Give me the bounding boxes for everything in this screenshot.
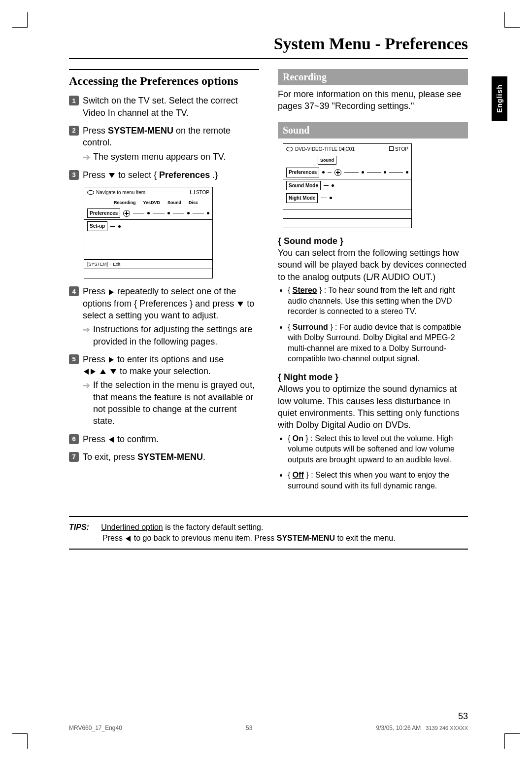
subsection-recording: Recording xyxy=(278,69,468,85)
night-mode-options: { On } : Select this to level out the vo… xyxy=(278,433,468,491)
step-number-5: 5 xyxy=(69,354,79,364)
down-triangle-icon xyxy=(110,369,116,374)
osd-screenshot-sound: DVD-VIDEO-TITLE 04|C01 STOP Sound Prefer… xyxy=(283,143,412,228)
left-triangle-icon xyxy=(126,536,131,542)
right-triangle-icon xyxy=(109,357,114,363)
result-arrow-icon: ➔ xyxy=(83,151,90,163)
language-tab: English xyxy=(492,76,507,121)
recording-text: For more information on this menu, pleas… xyxy=(278,88,468,112)
result-arrow-icon: ➔ xyxy=(83,324,90,336)
list-item: { Off } : Select this when you want to e… xyxy=(288,470,468,491)
crop-mark xyxy=(504,733,520,749)
step-number-3: 3 xyxy=(69,170,79,180)
sound-mode-text: You can select from the following settin… xyxy=(278,247,468,283)
night-mode-text: Allows you to optimize the sound dynamic… xyxy=(278,383,468,431)
step-number-1: 1 xyxy=(69,96,79,105)
down-triangle-icon xyxy=(237,302,243,307)
sound-mode-heading: { Sound mode } xyxy=(278,235,468,247)
step-text: Press SYSTEM-MENU on the remote control.… xyxy=(83,125,259,163)
step-number-6: 6 xyxy=(69,434,79,444)
crop-mark xyxy=(12,12,28,28)
result-arrow-icon: ➔ xyxy=(83,380,90,391)
step-number-7: 7 xyxy=(69,452,79,462)
osd-screenshot-preferences: Navigate to menu item STOP Recording Yes… xyxy=(84,187,213,278)
crop-mark xyxy=(504,12,520,28)
right-triangle-icon xyxy=(91,369,96,375)
down-triangle-icon xyxy=(109,173,115,178)
sound-mode-options: { Stereo } : To hear sound from the left… xyxy=(278,285,468,364)
list-item: { Surround } : For audio device that is … xyxy=(288,322,468,364)
step-text: Press to confirm. xyxy=(83,433,259,445)
tips-box: TIPS: Underlined option is the factory d… xyxy=(69,516,468,550)
page-title: System Menu - Preferences xyxy=(69,35,468,59)
list-item: { On } : Select this to level out the vo… xyxy=(288,433,468,465)
step-text: Press repeatedly to select one of the op… xyxy=(83,285,259,347)
left-triangle-icon xyxy=(109,437,114,443)
step-number-4: 4 xyxy=(69,286,79,296)
section-heading: Accessing the Preferences options xyxy=(69,69,259,89)
night-mode-heading: { Night mode } xyxy=(278,371,468,383)
left-column: Accessing the Preferences options 1 Swit… xyxy=(69,69,259,496)
up-triangle-icon xyxy=(100,369,106,374)
page-number: 53 xyxy=(458,711,468,722)
step-text: Press to select { Preferences .} xyxy=(83,169,259,181)
right-column: Recording For more information on this m… xyxy=(278,69,468,496)
crop-mark xyxy=(12,733,28,749)
step-number-2: 2 xyxy=(69,126,79,136)
page-content: English System Menu - Preferences Access… xyxy=(69,35,468,707)
subsection-sound: Sound xyxy=(278,122,468,138)
list-item: { Stereo } : To hear sound from the left… xyxy=(288,285,468,317)
right-triangle-icon xyxy=(109,289,114,295)
step-text: Switch on the TV set. Select the correct… xyxy=(83,95,259,119)
print-footer: MRV660_17_Eng40 53 9/3/05, 10:26 AM 3139… xyxy=(69,725,468,731)
step-text: To exit, press SYSTEM-MENU. xyxy=(83,451,259,463)
left-triangle-icon xyxy=(84,369,89,375)
step-text: Press to enter its options and use to ma… xyxy=(83,353,259,427)
